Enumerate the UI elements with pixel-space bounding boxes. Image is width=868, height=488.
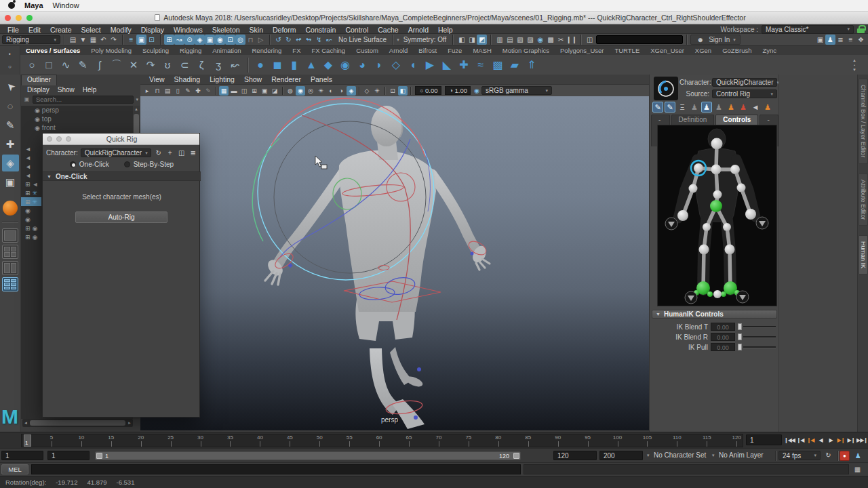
slider-handle[interactable] — [738, 323, 742, 330]
snap-point-icon[interactable]: ⊙ — [184, 35, 195, 45]
menu-skeleton[interactable]: Skeleton — [208, 26, 245, 34]
shelf-tab-poly-modeling[interactable]: Poly Modeling — [85, 46, 137, 55]
slider-value-field[interactable]: 0.00 — [711, 333, 735, 341]
channel-box-icon[interactable]: ≣ — [835, 35, 846, 45]
step-forward-key-button[interactable]: ▶❙ — [836, 434, 846, 446]
menu-help[interactable]: Help — [433, 26, 458, 34]
scroll-down-icon[interactable]: ▼ — [852, 68, 856, 72]
play-forward-button[interactable]: ▶ — [826, 434, 835, 446]
plus-icon[interactable]: ⊞ — [25, 199, 31, 205]
lasso-select-tool-icon[interactable]: ◌ — [2, 98, 19, 115]
left-hand-effector[interactable] — [745, 209, 756, 220]
history-rebuild-icon[interactable]: ↫ — [294, 35, 304, 45]
close-window-icon[interactable] — [5, 15, 11, 21]
animation-end-field[interactable]: 200 — [599, 451, 643, 460]
shelf-tab-rigging[interactable]: Rigging — [174, 46, 207, 55]
rotate-manipulator-green-axis[interactable] — [252, 138, 279, 241]
separate-icon[interactable]: ▰ — [507, 58, 522, 73]
outliner-item-top[interactable]: ◉top — [21, 115, 133, 123]
lock-selection-icon[interactable]: ⊓ — [245, 35, 256, 45]
foot-joint[interactable] — [414, 415, 418, 420]
history-list-icon[interactable]: ↯ — [314, 35, 324, 45]
hypershade-icon[interactable]: ▩ — [545, 35, 555, 45]
viewport-3d-scene[interactable]: persp — [140, 96, 649, 430]
combine-icon[interactable]: ▩ — [490, 58, 505, 73]
right-hand-effector[interactable] — [677, 210, 688, 221]
character-stance-icon[interactable]: ♟ — [689, 102, 700, 113]
paint-select-tool-icon[interactable]: ✎ — [2, 117, 19, 134]
snap-release-icon[interactable]: ◎ — [235, 35, 245, 45]
go-to-start-button[interactable]: ❙◀◀ — [784, 434, 795, 446]
command-input[interactable] — [31, 464, 521, 474]
shadows-icon[interactable]: ◐ — [326, 86, 336, 96]
nurbs-square-icon[interactable]: □ — [41, 58, 56, 73]
shelf-tab-turtle[interactable]: TURTLE — [609, 46, 645, 55]
humanik-controls-section-header[interactable]: ▼ HumanIK Controls — [652, 310, 777, 319]
anti-alias-icon[interactable]: ◈ — [347, 86, 356, 96]
nurbs-plane-icon[interactable]: ◆ — [321, 58, 336, 73]
new-scene-icon[interactable]: ▤ — [68, 35, 78, 45]
range-start-handle[interactable] — [96, 453, 102, 459]
menu-display[interactable]: Display — [136, 26, 169, 34]
toon-shader-icon[interactable]: ◉ — [535, 35, 545, 45]
shelf-tab-gozbrush[interactable]: GoZBrush — [717, 46, 757, 55]
chest-effector[interactable] — [711, 165, 722, 175]
slider-track[interactable] — [743, 346, 776, 348]
use-all-lights-icon[interactable]: ☀ — [316, 86, 326, 96]
menu-skin[interactable]: Skin — [245, 26, 268, 34]
outliner-item[interactable]: ◄ — [21, 171, 41, 180]
shelf-tab-fx-caching[interactable]: FX Caching — [306, 46, 351, 55]
shelf-tab-arnold[interactable]: Arnold — [384, 46, 413, 55]
outliner-search-input[interactable]: Search... — [33, 96, 134, 104]
current-frame-marker[interactable]: 1 — [24, 434, 31, 447]
render-frame-icon[interactable]: ▥ — [494, 35, 505, 45]
mirror-geometry-icon[interactable]: ◖ — [406, 58, 420, 73]
search-input[interactable] — [596, 35, 683, 44]
knee-joint[interactable] — [417, 367, 421, 371]
close-window-icon[interactable] — [47, 136, 52, 142]
pause-icon[interactable]: ❙❙ — [566, 35, 577, 45]
macos-app-menu[interactable]: Maya — [24, 1, 43, 9]
outliner-menu-show[interactable]: Show — [54, 86, 78, 94]
outliner-item[interactable]: ◉ — [21, 215, 41, 224]
scroll-up-icon[interactable]: ▲ — [852, 58, 856, 62]
humanik-logo-icon[interactable] — [654, 77, 678, 100]
character-set-dropdown[interactable]: No Character Set — [654, 451, 706, 459]
ipr-render-icon[interactable]: ▤ — [505, 35, 515, 45]
bevel-icon[interactable]: ◣ — [439, 58, 454, 73]
refresh-icon[interactable]: ↻ — [154, 148, 163, 158]
menu-deform[interactable]: Deform — [268, 26, 300, 34]
open-scene-icon[interactable]: ▼ — [78, 35, 88, 45]
scale-tool-icon[interactable]: ▣ — [2, 174, 19, 190]
tool-settings-icon[interactable]: ◩ — [477, 35, 487, 45]
cv-curve-icon[interactable]: ∿ — [58, 58, 73, 73]
one-click-section-header[interactable]: ▼ One-Click — [43, 171, 201, 181]
plus-icon[interactable]: ⊞ — [25, 190, 31, 197]
history-toggle-icon[interactable]: ↜ — [324, 35, 334, 45]
create-character-icon[interactable]: + — [165, 148, 175, 158]
shelf-tab-zync[interactable]: Zync — [757, 46, 782, 55]
attach-curves-icon[interactable]: ↷ — [143, 58, 158, 73]
humanik-toggle-icon[interactable]: ♟ — [825, 35, 835, 45]
nurbs-torus-icon[interactable]: ◉ — [338, 58, 353, 73]
left-wrist-joint[interactable] — [288, 263, 292, 268]
right-elbow-effector[interactable] — [689, 184, 698, 193]
nurbs-cone-icon[interactable]: ▲ — [304, 58, 319, 73]
menuset-dropdown[interactable]: Rigging ▾ — [2, 35, 60, 44]
tool-settings-toggle-icon[interactable]: ❖ — [856, 35, 866, 45]
xray-icon[interactable]: ◇ — [362, 86, 372, 96]
playback-start-field[interactable]: 1 — [47, 451, 90, 460]
scrollbar-thumb[interactable] — [30, 420, 125, 426]
plugin-shading-icon[interactable]: ◧ — [398, 86, 408, 96]
go-to-end-button[interactable]: ▶▶❙ — [856, 434, 867, 446]
render-settings-icon[interactable]: ▧ — [515, 35, 525, 45]
step-forward-frame-button[interactable]: ▶❙ — [846, 434, 856, 446]
shelf-tab-sculpting[interactable]: Sculpting — [137, 46, 174, 55]
shaded-icon[interactable]: ◉ — [296, 86, 305, 96]
plus-icon[interactable]: ⊞ — [25, 234, 31, 241]
anim-layer-dropdown[interactable]: No Anim Layer — [719, 451, 764, 459]
right-knee-effector[interactable] — [699, 245, 709, 255]
arc-tool-icon[interactable]: ⌒ — [109, 58, 124, 73]
character-dropdown[interactable]: QuickRigCharacter▾ — [81, 148, 151, 157]
nurbs-circle-icon[interactable]: ○ — [24, 58, 39, 73]
